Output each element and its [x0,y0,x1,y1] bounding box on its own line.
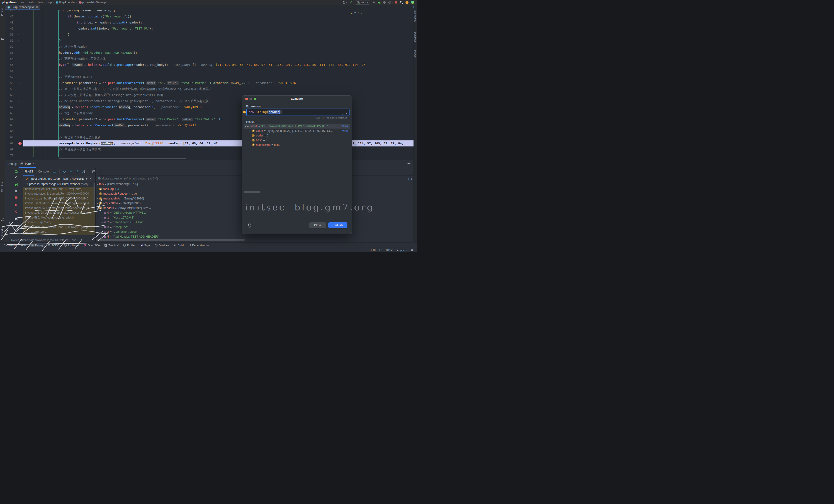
coverage-icon[interactable] [383,1,386,4]
code-line-55[interactable]: 55byte[] newReq = helpers.buildHttpMessa… [5,62,417,68]
stack-frame[interactable]: invokeExact_MT:-1, Invokers$Holder (java… [23,201,95,206]
variable-row[interactable]: ▸this={BurpExtender@18705} [96,182,245,187]
intention-bulb-icon[interactable] [243,111,246,113]
variable-row[interactable]: ▸fmessageInfo={Zmaq@18910} [96,196,245,201]
stack-frame[interactable]: handleHttpRequestToBeSent:-1, $Proxy21 (… [23,225,95,230]
expression-input[interactable]: new String(newReq) ⤢ ▾ [246,109,350,116]
result-row[interactable]: ▾∞result="GET /?a=testUrlParam HTTP/1.1\… [244,124,350,129]
tool-window-button-build[interactable]: Build [172,244,185,247]
debug-session-tab[interactable]: burp ✕ [19,160,36,168]
code-line-61[interactable]: 61⌂// helpers.updateParameter(messageInf… [5,98,417,104]
sidebar-item-maven[interactable]: Maven [414,50,417,58]
tool-window-button-terminal[interactable]: Terminal [103,244,120,247]
run-to-cursor-icon[interactable] [82,170,86,173]
line-number[interactable]: 60 [5,92,14,98]
result-row[interactable]: fhashIsZero=false [244,142,350,147]
settings-wrench-icon[interactable] [14,175,19,180]
variable-row[interactable]: ftoolFlag=4 [96,187,245,191]
code-line-62[interactable]: 62newReq = helpers.updateParameter(newRe… [5,104,417,110]
status-item[interactable]: 4 spaces [397,249,407,252]
code-line-63[interactable]: 63// 增加一个参数到body [5,110,417,116]
sidebar-item-structure[interactable]: Structure [1,181,3,192]
variables-tree[interactable]: ▸this={BurpExtender@18705}ftoolFlag=4fme… [96,182,245,237]
breadcrumb-item[interactable]: burp [47,1,52,4]
editor-horizontal-scrollbar[interactable] [59,158,186,159]
search-icon[interactable] [400,1,403,4]
line-number[interactable]: 68 [5,140,14,146]
structure-icon[interactable] [1,218,4,221]
stack-frame[interactable]: invokeInterface:-1, LambdaForm$DMH/0x000… [23,191,95,196]
build-hammer-icon[interactable] [350,1,353,4]
tool-window-button-todo[interactable]: TODO [46,244,61,247]
line-number[interactable]: 67 [5,134,14,140]
result-row[interactable]: fcoder=0 [244,133,350,138]
line-number[interactable]: 66 [5,128,14,134]
stop-button[interactable] [395,1,397,4]
line-number[interactable]: 65 [5,122,14,128]
dialog-scrollbar[interactable] [244,191,260,193]
variable-row[interactable]: ▸≣0="GET /?a=bbbb HTTP/1.1" [96,210,245,215]
frames-scrollbar[interactable] [93,183,95,210]
status-item[interactable]: 1:18 [371,249,376,252]
close-icon[interactable]: ✕ [32,162,34,165]
debug-button[interactable] [377,1,381,4]
result-tree[interactable]: ▾∞result="GET /?a=testUrlParam HTTP/1.1\… [244,124,350,147]
line-number[interactable]: 59 [5,86,14,92]
tool-window-button-debug[interactable]: Debug [29,244,45,247]
inspections-widget[interactable]: ▲ 2 ⌃ ⌄ [349,11,364,15]
code-line-56[interactable]: 56 [5,68,417,74]
line-number[interactable]: 63 [5,110,14,116]
rerun-debugger-icon[interactable] [14,168,19,174]
code-line-67[interactable]: 67// 在当前请求基础上进行更新 [5,134,417,140]
step-out-icon[interactable] [76,170,79,173]
code-line-66[interactable]: 66 [5,128,417,134]
tab-debugger[interactable]: 调试器 [23,168,34,176]
code-line-53[interactable]: 53headers.add("Add-Header: TEST ADD HEAD… [5,50,417,56]
chevron-up-icon[interactable]: ⌃ [357,12,359,14]
code-line-50[interactable]: 50⌂} [5,31,417,38]
tool-window-button-profiler[interactable]: Profiler [121,244,137,247]
code-line-52[interactable]: 52// 增加一条header [5,44,417,50]
line-number[interactable]: 54 [5,56,14,62]
breadcrumb-item[interactable]: java [38,1,43,4]
gear-icon[interactable] [408,162,411,165]
step-over-icon[interactable] [63,170,67,173]
sidebar-item-database[interactable]: Database [414,32,417,43]
frames-list[interactable]: ⮌processHttpMessage:68, BurpExtender (bu… [23,182,95,235]
variable-row[interactable]: ▸≣3="Accept: */*" [96,225,245,230]
code-line-57[interactable]: 57// 更新param: a=xxx [5,74,417,80]
variable-row[interactable]: ▸≣1="Host: 127.0.0.1" [96,215,245,220]
code-line-64[interactable]: 64IParameter parameter2 = helpers.buildP… [5,116,417,122]
line-number[interactable]: 55 [5,62,14,68]
line-number[interactable]: 50 [5,31,14,38]
mute-breakpoints-icon[interactable] [14,209,19,214]
profiler-icon[interactable]: ▾ [388,1,393,4]
breadcrumb-item[interactable]: src [21,1,25,4]
chevron-down-icon[interactable]: ▾ [346,111,347,117]
line-number[interactable]: 57 [5,74,14,80]
code-line-48[interactable]: 48int index = headers.indexOf(header); [5,20,417,26]
view-link[interactable]: View [341,124,348,129]
line-number[interactable]: 64 [5,116,14,122]
code-line-68[interactable]: 68✓messageInfo.setRequest(newReq);messag… [5,140,417,146]
fold-icon[interactable]: ⌂ [18,38,20,44]
code-line-59[interactable]: 59// 第一个参数为请求数据包，由于上方更新了请求数据包，所以这里用了更新后的… [5,86,417,92]
fold-icon[interactable]: ⌄ [18,80,20,86]
view-link[interactable]: View [341,129,348,133]
pause-program-icon[interactable] [14,188,19,193]
lock-icon[interactable] [411,249,413,252]
status-item[interactable]: LF [379,249,382,252]
layout-settings-icon[interactable] [99,170,102,173]
code-line-51[interactable]: 51⌂} [5,38,417,44]
fold-icon[interactable]: ⌄ [18,14,20,20]
stack-frame[interactable]: Z...:-1, Zrp (burp) [23,229,95,234]
thread-selector[interactable]: "pool-project-thre...oup "main"": RUNNIN… [23,176,98,182]
code-editor[interactable]: 46⌄for (String header : headers) {47⌄if … [5,10,417,160]
sidebar-item-project[interactable]: Project [1,8,3,16]
stop-icon[interactable] [14,195,19,200]
step-into-icon[interactable] [70,170,72,173]
line-number[interactable]: 70 [5,153,14,159]
line-number[interactable]: 52 [5,44,14,50]
stack-frame[interactable]: invoke:-1, Zrp (burp) [23,220,95,225]
close-button[interactable]: Close [309,222,326,228]
